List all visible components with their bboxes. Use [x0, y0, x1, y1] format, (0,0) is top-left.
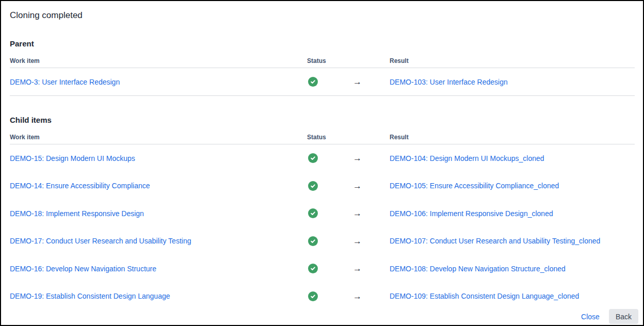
arrow-right-icon: →: [353, 237, 390, 246]
work-item-link[interactable]: DEMO-3: User Interface Redesign: [10, 77, 120, 87]
work-item-link[interactable]: DEMO-19: Establish Consistent Design Lan…: [10, 291, 170, 301]
table-header-row: Work item Status Result: [10, 134, 635, 144]
table-row: DEMO-15: Design Modern UI Mockups → DEMO…: [10, 144, 635, 172]
table-row: DEMO-19: Establish Consistent Design Lan…: [10, 283, 635, 311]
check-circle-icon: [308, 291, 318, 301]
back-button[interactable]: Back: [609, 309, 638, 324]
arrow-right-icon: →: [353, 154, 390, 162]
table-row: DEMO-14: Ensure Accessibility Compliance…: [10, 172, 635, 200]
status-cell: [307, 181, 353, 191]
column-header-result: Result: [390, 58, 635, 64]
parent-section-heading: Parent: [10, 40, 635, 47]
status-cell: [307, 208, 353, 218]
check-circle-icon: [308, 181, 318, 191]
status-cell: [307, 153, 353, 163]
table-row: DEMO-3: User Interface Redesign → DEMO-1…: [10, 68, 635, 96]
table-row: DEMO-18: Implement Responsive Design → D…: [10, 200, 635, 227]
status-cell: [307, 264, 353, 273]
check-circle-icon: [308, 236, 318, 246]
work-item-link[interactable]: DEMO-14: Ensure Accessibility Compliance: [10, 181, 150, 191]
check-circle-icon: [308, 153, 318, 163]
result-link[interactable]: DEMO-105: Ensure Accessibility Complianc…: [390, 181, 559, 191]
page-title: Cloning completed: [10, 11, 635, 20]
arrow-right-icon: →: [353, 77, 390, 86]
status-cell: [307, 77, 353, 87]
column-header-work-item: Work item: [10, 134, 307, 140]
parent-table: Work item Status Result DEMO-3: User Int…: [10, 58, 635, 96]
close-button[interactable]: Close: [575, 309, 606, 324]
column-header-status: Status: [307, 58, 353, 64]
result-link[interactable]: DEMO-103: User Interface Redesign: [390, 77, 508, 87]
work-item-link[interactable]: DEMO-16: Develop New Navigation Structur…: [10, 264, 156, 274]
work-item-link[interactable]: DEMO-15: Design Modern UI Mockups: [10, 153, 135, 164]
check-circle-icon: [308, 208, 318, 218]
work-item-link[interactable]: DEMO-17: Conduct User Research and Usabi…: [10, 236, 191, 246]
result-link[interactable]: DEMO-106: Implement Responsive Design_cl…: [390, 208, 553, 219]
cloning-completed-dialog: Cloning completed Parent Work item Statu…: [0, 0, 644, 326]
column-header-status: Status: [307, 134, 353, 140]
column-header-result: Result: [390, 134, 635, 140]
child-items-table: Work item Status Result DEMO-15: Design …: [10, 134, 635, 310]
check-circle-icon: [308, 264, 318, 273]
arrow-right-icon: →: [353, 209, 390, 218]
result-link[interactable]: DEMO-107: Conduct User Research and Usab…: [390, 236, 600, 246]
table-row: DEMO-16: Develop New Navigation Structur…: [10, 255, 635, 283]
arrow-right-icon: →: [353, 264, 390, 273]
result-link[interactable]: DEMO-109: Establish Consistent Design La…: [390, 291, 579, 301]
column-header-work-item: Work item: [10, 58, 307, 64]
status-cell: [307, 236, 353, 246]
arrow-right-icon: →: [353, 292, 390, 301]
work-item-link[interactable]: DEMO-18: Implement Responsive Design: [10, 208, 144, 219]
result-link[interactable]: DEMO-108: Develop New Navigation Structu…: [390, 264, 566, 274]
child-items-section-heading: Child items: [10, 116, 635, 124]
dialog-footer: Close Back: [10, 309, 638, 324]
check-circle-icon: [308, 77, 318, 87]
arrow-right-icon: →: [353, 182, 390, 190]
status-cell: [307, 291, 353, 301]
table-row: DEMO-17: Conduct User Research and Usabi…: [10, 227, 635, 255]
table-header-row: Work item Status Result: [10, 58, 635, 68]
result-link[interactable]: DEMO-104: Design Modern UI Mockups_clone…: [390, 153, 544, 164]
